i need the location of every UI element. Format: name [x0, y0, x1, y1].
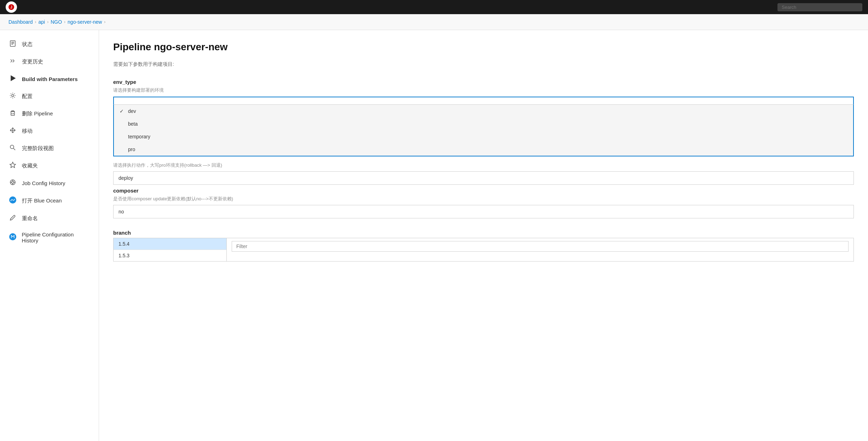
main-content: Pipeline ngo-server-new 需要如下参数用于构建项目: en… — [99, 30, 868, 441]
move-icon — [8, 127, 17, 136]
job-config-history-icon — [8, 179, 17, 188]
env-type-hint2-section: 请选择执行动作，大写pro环境支持(rollback —> 回退) — [113, 162, 854, 185]
beta-checkmark — [120, 121, 125, 127]
env-type-hint2: 请选择执行动作，大写pro环境支持(rollback —> 回退) — [113, 162, 854, 168]
sidebar-item-pipeline-config-label: Pipeline Configuration History — [22, 231, 91, 244]
branch-filter-pane — [227, 238, 853, 261]
env-type-pro-label: pro — [128, 147, 135, 152]
sidebar-item-status-label: 状态 — [22, 41, 33, 48]
sidebar-item-rename[interactable]: 重命名 — [0, 210, 99, 227]
env-type-dropdown-trigger[interactable] — [113, 97, 854, 104]
env-type-option-dev[interactable]: ✓ dev — [114, 105, 853, 118]
sidebar-item-open-blue-ocean[interactable]: 打开 Blue Ocean — [0, 192, 99, 210]
composer-hint: 是否使用composer update更新依赖(默认no--->不更新依赖) — [113, 196, 854, 202]
sidebar-item-pipeline-config-history[interactable]: Pipeline Configuration History — [0, 227, 99, 248]
sidebar-item-blue-ocean-label: 打开 Blue Ocean — [22, 197, 62, 204]
sidebar-item-move[interactable]: 移动 — [0, 122, 99, 140]
env-type-hint: 请选择要构建部署的环境 — [113, 87, 854, 93]
temporary-checkmark — [120, 134, 125, 139]
branch-section: branch 1.5.4 1.5.3 — [113, 230, 854, 262]
topbar: J — [0, 0, 868, 14]
env-type-dropdown-list: ✓ dev beta temporary pro — [113, 104, 854, 156]
breadcrumb-ngo-server-new[interactable]: ngo-server-new — [68, 19, 102, 25]
env-type-dropdown-container: ✓ dev beta temporary pro — [113, 96, 854, 156]
pro-checkmark — [120, 147, 125, 152]
logo: J — [6, 1, 17, 13]
breadcrumb-sep-4: › — [104, 19, 105, 24]
sidebar-item-build-with-parameters[interactable]: Build with Parameters — [0, 70, 99, 88]
breadcrumb: Dashboard › api › NGO › ngo-server-new › — [0, 14, 868, 30]
env-type-option-pro[interactable]: pro — [114, 143, 853, 156]
sidebar-item-job-config-history[interactable]: Job Config History — [0, 174, 99, 192]
deploy-input[interactable] — [113, 171, 854, 185]
env-type-section: env_type 请选择要构建部署的环境 ✓ dev beta tempor — [113, 79, 854, 156]
branch-filter-input[interactable] — [232, 241, 849, 252]
svg-rect-2 — [10, 41, 15, 46]
sidebar-item-build-label: Build with Parameters — [22, 76, 78, 82]
full-stage-view-icon — [8, 144, 17, 153]
pipeline-config-history-icon — [8, 233, 17, 242]
env-type-label: env_type — [113, 79, 854, 85]
sidebar-item-rename-label: 重命名 — [22, 215, 38, 222]
breadcrumb-sep-3: › — [64, 19, 65, 24]
breadcrumb-sep-2: › — [47, 19, 48, 24]
breadcrumb-ngo[interactable]: NGO — [51, 19, 62, 25]
favorites-icon — [8, 161, 17, 170]
sidebar-item-move-label: 移动 — [22, 128, 33, 134]
sidebar-item-config[interactable]: 配置 — [0, 88, 99, 105]
page-subtitle: 需要如下参数用于构建项目: — [113, 61, 854, 68]
sidebar-item-full-stage-label: 完整阶段视图 — [22, 145, 54, 152]
sidebar-item-full-stage-view[interactable]: 完整阶段视图 — [0, 140, 99, 157]
page-title: Pipeline ngo-server-new — [113, 41, 854, 53]
branch-selector: 1.5.4 1.5.3 — [113, 238, 854, 262]
composer-section: composer 是否使用composer update更新依赖(默认no---… — [113, 188, 854, 218]
breadcrumb-api[interactable]: api — [39, 19, 45, 25]
sidebar: 状态 变更历史 Build with Parameters — [0, 30, 99, 441]
svg-text:J: J — [10, 5, 12, 9]
svg-marker-6 — [11, 76, 15, 81]
composer-label: composer — [113, 188, 854, 194]
svg-point-13 — [10, 145, 14, 149]
env-type-option-temporary[interactable]: temporary — [114, 130, 853, 143]
branch-item-153[interactable]: 1.5.3 — [114, 250, 226, 261]
sidebar-item-favorites[interactable]: 收藏夹 — [0, 157, 99, 174]
env-type-option-beta[interactable]: beta — [114, 118, 853, 130]
svg-point-7 — [12, 94, 14, 97]
sidebar-item-favorites-label: 收藏夹 — [22, 162, 38, 169]
status-icon — [8, 40, 17, 49]
svg-marker-15 — [10, 162, 16, 168]
branch-list-pane: 1.5.4 1.5.3 — [114, 238, 227, 261]
sidebar-item-change-history-label: 变更历史 — [22, 58, 43, 65]
composer-input[interactable] — [113, 205, 854, 218]
build-with-parameters-icon — [8, 75, 17, 84]
env-type-dev-label: dev — [128, 108, 136, 114]
branch-label: branch — [113, 230, 854, 236]
change-history-icon — [8, 57, 17, 66]
sidebar-item-job-config-label: Job Config History — [22, 180, 65, 186]
config-icon — [8, 92, 17, 101]
svg-rect-8 — [11, 111, 15, 115]
sidebar-item-delete-pipeline[interactable]: 删除 Pipeline — [0, 105, 99, 122]
sidebar-item-config-label: 配置 — [22, 93, 33, 100]
breadcrumb-sep-1: › — [35, 19, 36, 24]
breadcrumb-dashboard[interactable]: Dashboard — [8, 19, 33, 25]
open-blue-ocean-icon — [8, 196, 17, 206]
svg-line-14 — [13, 148, 15, 150]
sidebar-item-delete-label: 删除 Pipeline — [22, 110, 53, 117]
sidebar-item-change-history[interactable]: 变更历史 — [0, 53, 99, 70]
env-type-temporary-label: temporary — [128, 134, 150, 139]
dev-checkmark: ✓ — [120, 108, 125, 114]
svg-point-17 — [12, 181, 14, 183]
layout: 状态 变更历史 Build with Parameters — [0, 30, 868, 441]
branch-item-154[interactable]: 1.5.4 — [114, 238, 226, 250]
env-type-beta-label: beta — [128, 121, 138, 127]
sidebar-item-status[interactable]: 状态 — [0, 36, 99, 53]
delete-pipeline-icon — [8, 109, 17, 118]
rename-icon — [8, 214, 17, 223]
search-input[interactable] — [777, 3, 862, 11]
